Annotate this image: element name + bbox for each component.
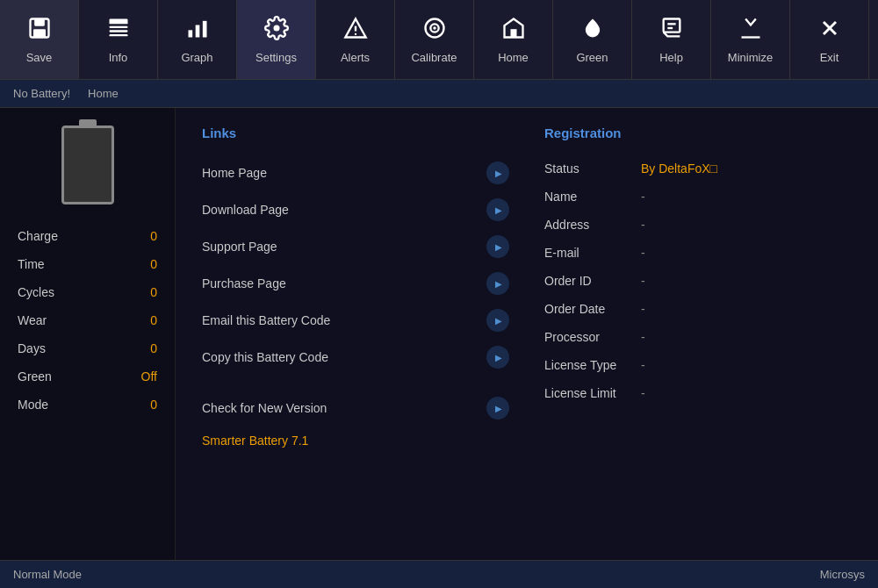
link-check-btn[interactable] [486,397,509,419]
reg-orderid-value: - [641,274,645,288]
link-row-purchase: Purchase Page [202,265,509,302]
svg-rect-2 [33,29,46,37]
save-icon [27,16,52,46]
nav-exit-label: Exit [820,51,839,64]
link-homepage-label: Home Page [202,166,267,180]
breadcrumb: No Battery! Home [0,80,878,108]
reg-name-key: Name [544,190,641,204]
link-homepage-btn[interactable] [486,161,509,184]
sidebar-mode-label: Mode [18,398,48,412]
link-download-btn[interactable] [486,198,509,221]
link-purchase-btn[interactable] [486,272,509,295]
nav-home[interactable]: Home [474,0,553,79]
nav-info-label: Info [109,51,128,64]
link-support-label: Support Page [202,240,277,254]
nav-help[interactable]: Help [632,0,711,79]
svg-rect-1 [34,18,45,25]
sidebar-row-charge: Charge 0 [13,222,162,250]
sidebar-row-mode: Mode 0 [13,391,162,419]
sidebar-row-cycles: Cycles 0 [13,278,162,306]
reg-orderid-key: Order ID [544,274,641,288]
svg-rect-18 [663,18,680,32]
nav-calibrate[interactable]: Calibrate [395,0,474,79]
reg-row-address: Address - [544,211,852,239]
top-nav: Save Info Graph Settings Alerts Calibrat… [0,0,878,80]
settings-icon [264,16,289,46]
nav-calibrate-label: Calibrate [411,51,457,64]
registration-section: Registration Status By DeltaFoX□ Name - … [544,125,852,542]
reg-processor-key: Processor [544,330,641,344]
svg-rect-5 [109,30,127,32]
nav-graph[interactable]: Graph [158,0,237,79]
sidebar-cycles-value: 0 [150,285,157,299]
calibrate-icon [422,16,447,46]
reg-status-key: Status [544,161,641,176]
svg-point-13 [354,32,356,34]
reg-email-value: - [641,246,645,260]
nav-green-label: Green [576,51,608,64]
nav-exit[interactable]: Exit [790,0,869,79]
footer: Normal Mode Microsys [0,560,878,588]
reg-orderdate-value: - [641,302,645,316]
battery-icon [61,125,114,204]
sidebar-days-value: 0 [150,341,157,355]
minimize-icon [738,16,763,46]
link-copy-btn[interactable] [486,346,509,369]
nav-info[interactable]: Info [79,0,158,79]
reg-licensetype-key: License Type [544,358,641,372]
sidebar-time-value: 0 [150,257,157,271]
link-row-copy: Copy this Battery Code [202,339,509,376]
nav-minimize-label: Minimize [728,51,773,64]
footer-left: Normal Mode [13,568,82,581]
link-row-download: Download Page [202,191,509,228]
reg-row-email: E-mail - [544,239,852,267]
nav-green[interactable]: Green [553,0,632,79]
reg-row-processor: Processor - [544,323,852,351]
right-panel: Links Home Page Download Page Support Pa… [176,108,878,560]
svg-rect-8 [195,25,199,37]
sidebar-charge-label: Charge [18,229,58,243]
sidebar-mode-value: 0 [150,398,157,412]
sidebar-green-label: Green [18,369,52,384]
link-row-check: Check for New Version [202,390,509,427]
link-row-support: Support Page [202,228,509,265]
reg-row-status: Status By DeltaFoX□ [544,154,852,183]
reg-status-value: By DeltaFoX□ [641,161,717,176]
breadcrumb-right: Home [88,87,119,100]
sidebar-row-days: Days 0 [13,334,162,362]
link-check-label: Check for New Version [202,401,327,415]
nav-alerts-label: Alerts [341,51,370,64]
reg-orderdate-key: Order Date [544,302,641,316]
app-name-label: Smarter Battery 7.1 [202,427,509,455]
reg-email-key: E-mail [544,246,641,260]
help-icon [659,16,684,46]
link-support-btn[interactable] [486,235,509,258]
links-title: Links [202,125,509,140]
svg-rect-7 [188,30,192,37]
svg-point-16 [433,26,436,30]
sidebar-row-wear: Wear 0 [13,306,162,334]
alerts-icon [343,16,368,46]
nav-save[interactable]: Save [0,0,79,79]
nav-alerts[interactable]: Alerts [316,0,395,79]
sidebar-green-value: Off [141,369,157,384]
reg-licenselimit-value: - [641,386,645,400]
sidebar-time-label: Time [18,257,45,271]
svg-rect-17 [510,29,516,37]
nav-settings[interactable]: Settings [237,0,316,79]
svg-rect-6 [109,34,127,36]
exit-icon [817,16,842,46]
reg-row-licensetype: License Type - [544,351,852,379]
sidebar-cycles-label: Cycles [18,285,54,299]
links-section: Links Home Page Download Page Support Pa… [202,125,509,542]
reg-licenselimit-key: License Limit [544,386,641,400]
sidebar: Charge 0 Time 0 Cycles 0 Wear 0 Days 0 G… [0,108,176,560]
link-email-btn[interactable] [486,309,509,332]
sidebar-charge-value: 0 [150,229,157,243]
nav-minimize[interactable]: Minimize [711,0,790,79]
sidebar-row-time: Time 0 [13,250,162,278]
sidebar-wear-value: 0 [150,313,157,327]
reg-licensetype-value: - [641,358,645,372]
green-icon [580,16,605,46]
main-content: Charge 0 Time 0 Cycles 0 Wear 0 Days 0 G… [0,108,878,560]
